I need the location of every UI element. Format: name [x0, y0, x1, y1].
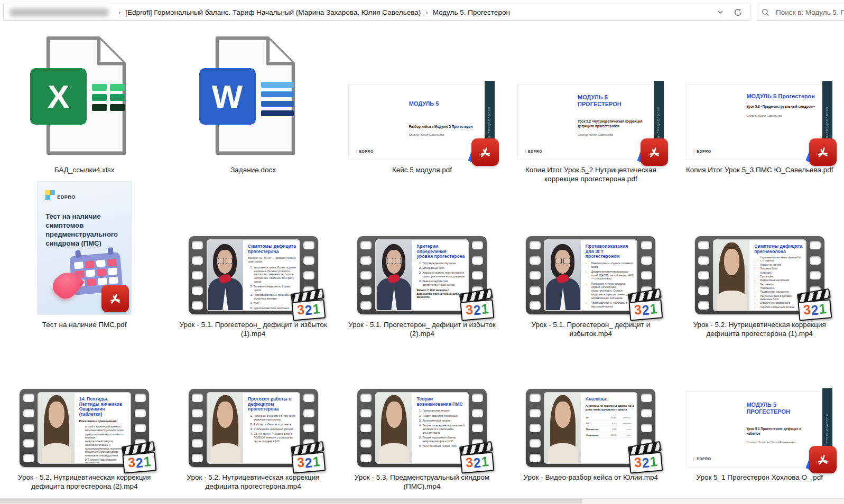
video-thumbnail[interactable]: Теории возникновения ПМС Гормональная те… [357, 389, 487, 467]
edpro-logo: EDPRO [525, 150, 542, 153]
video-thumbnail[interactable]: 14. Пептиды.Пептиды яичников Овариамин(т… [20, 389, 149, 467]
media-player-classic-icon: 321 [628, 288, 663, 321]
slide-title: МОДУЛЬ 5ПРОГЕСТЕРОН [746, 402, 790, 415]
file-name[interactable]: Тест на наличие ПМС.pdf [42, 320, 127, 329]
video-thumbnail[interactable]: Анализы: Анализы на гормоны сданы на 3 д… [526, 389, 655, 467]
pdf-badge-icon [809, 138, 837, 166]
file-item-video: Критерии определенияуровня прогестерона … [338, 181, 506, 339]
media-player-classic-icon: 321 [459, 441, 495, 473]
cover-title: Тест на наличие симптомов предменструаль… [45, 212, 124, 248]
edpro-logo: EDPRO [45, 190, 76, 200]
slide-title: МОДУЛЬ 5 Прогестерон [746, 93, 814, 100]
refresh-icon[interactable] [734, 8, 743, 17]
excel-file-icon[interactable]: X [30, 35, 138, 160]
horizontal-scrollbar-thumb[interactable] [0, 499, 582, 503]
file-name[interactable]: Урок - 5.1. Прогестерон_ дефицит и избыт… [176, 320, 330, 339]
film-holes-left [526, 236, 544, 314]
file-name[interactable]: Задание.docx [230, 165, 276, 174]
film-holes-left [20, 389, 38, 467]
video-thumbnail[interactable]: Симптомы дефицитапрогестерона Возраст 40… [189, 236, 318, 314]
slide-area: Симптомы дефицитапрогестерона Возраст 40… [243, 240, 299, 310]
file-name[interactable]: Урок - 5.1. Прогестерон_ дефицит и избыт… [345, 320, 499, 339]
file-item-pdf: МОДУЛЬ 5 Прогестерон Урок 5.3 «Предменст… [675, 21, 844, 184]
file-item-video: Теории возникновения ПМС Гормональная те… [338, 387, 506, 491]
excel-sheet-glyph [92, 84, 125, 111]
breadcrumb-course-folder[interactable]: [Edprofi] Гормональный баланс. Тариф Нач… [125, 8, 421, 16]
slide-subtitle: Урок 5.3 «Предменструальный синдром» [746, 105, 815, 109]
film-holes-left [189, 389, 207, 467]
pdf-thumbnail[interactable]: МОДУЛЬ 5 Разбор кейса к Модулю 5 Прогест… [349, 85, 495, 160]
film-holes-left [189, 236, 207, 314]
file-name[interactable]: Урок - Видео-разбор кейса от Юлии.mp4 [524, 473, 658, 482]
presenter-video-frame [714, 240, 749, 310]
video-thumbnail[interactable]: Критерии определенияуровня прогестерона … [357, 236, 487, 314]
film-holes-left [526, 389, 544, 467]
breadcrumb-root-redacted[interactable] [10, 8, 108, 16]
pdf-thumbnail[interactable]: EDPRO Тест на наличие симптомов предменс… [38, 182, 131, 314]
pdf-badge-icon [471, 138, 499, 166]
pdf-thumbnail[interactable]: МОДУЛЬ 5ПРОГЕСТЕРОН Урок 5.2 «Нутрицевти… [518, 85, 664, 160]
media-player-classic-icon: 321 [290, 288, 326, 321]
file-item-video: Протокол работы сдефицитом прогестерона … [169, 387, 337, 491]
file-name[interactable]: Урок - 5.1. Прогестерон_ дефицит и избыт… [514, 320, 668, 339]
media-player-classic-icon: 321 [459, 288, 495, 321]
slide-speaker: Спикер: Хохлова Ольга Евгеньевна [746, 441, 795, 444]
media-player-classic-icon: 321 [796, 288, 832, 321]
slide-speaker: Спикер: Юлия Савельева [746, 114, 782, 117]
file-item-video: Анализы: Анализы на гормоны сданы на 3 д… [506, 387, 675, 491]
file-name[interactable]: Урок - 5.2. Нутрицевтическая коррекция д… [682, 320, 837, 339]
file-item-video: Симптомы дефицитапрогестерона Возраст 40… [169, 181, 337, 339]
edpro-logo: EDPRO [356, 150, 373, 153]
word-file-icon[interactable]: W [199, 35, 308, 160]
file-name[interactable]: Урок - 5.2. Нутрицевтическая коррекция д… [7, 473, 162, 491]
edpro-logo: EDPRO [693, 457, 711, 461]
file-item-pdf: EDPRO Тест на наличие симптомов предменс… [0, 181, 169, 339]
film-holes-left [357, 389, 375, 467]
presenter-video-frame [376, 393, 412, 463]
media-player-classic-icon: 321 [122, 441, 157, 473]
file-name[interactable]: Урок - 5.2. Нутрицевтическая коррекция д… [176, 473, 330, 491]
word-lines-glyph [261, 82, 294, 116]
film-holes-left [357, 236, 375, 314]
presenter-video-frame [376, 240, 412, 310]
file-name[interactable]: Урок 5_1 Прогестерон Хохлова О_.pdf [696, 473, 823, 482]
pdf-badge-icon [809, 446, 837, 473]
slide-subtitle: Разбор кейса к Модулю 5 Прогестерон [409, 125, 478, 129]
video-thumbnail[interactable]: Противопоказания для ЗГТпрогестероном Ме… [526, 236, 655, 314]
file-item-docx: W Задание.docx [169, 21, 337, 184]
file-name[interactable]: Копия Итог Урок 5_3 ПМС Ю_Савельева.pdf [686, 165, 833, 174]
file-item-xlsx: X БАД_ссылки4.xlsx [0, 21, 169, 184]
search-input[interactable] [775, 8, 844, 17]
horizontal-scrollbar[interactable] [0, 498, 844, 504]
breadcrumb-separator-icon [118, 8, 120, 16]
file-item-video: Симптомы дефицитапрегненолона Ухудшение … [675, 181, 844, 339]
presenter-video-frame [545, 240, 580, 310]
file-name[interactable]: БАД_ссылки4.xlsx [54, 165, 115, 174]
slide-area: Протокол работы сдефицитом прогестерона … [243, 393, 299, 463]
file-item-pdf: МОДУЛЬ 5ПРОГЕСТЕРОН Урок 5.1 Прогестерон… [675, 387, 844, 491]
pdf-thumbnail[interactable]: МОДУЛЬ 5 Прогестерон Урок 5.3 «Предменст… [687, 85, 832, 160]
search-box[interactable] [757, 4, 844, 21]
file-item-pdf: МОДУЛЬ 5 Разбор кейса к Модулю 5 Прогест… [338, 21, 506, 184]
excel-logo: X [30, 68, 87, 125]
video-thumbnail[interactable]: Протокол работы сдефицитом прогестерона … [189, 389, 318, 467]
address-dropdown-chevron-icon[interactable] [717, 8, 724, 16]
breadcrumb-current-folder[interactable]: Модуль 5. Прогестерон [433, 8, 510, 16]
video-thumbnail[interactable]: Симптомы дефицитапрегненолона Ухудшение … [695, 236, 824, 314]
slide-area: Симптомы дефицитапрегненолона Ухудшение … [749, 240, 805, 310]
slide-speaker: Спикер: Юлия Савельева [409, 133, 444, 136]
edpro-logo: EDPRO [693, 150, 711, 153]
word-logo: W [199, 68, 256, 125]
file-name[interactable]: Кейс 5 модуля.pdf [392, 165, 452, 174]
pdf-badge-icon [101, 285, 129, 312]
address-bar[interactable]: [Edprofi] Гормональный баланс. Тариф Нач… [3, 4, 750, 21]
file-name[interactable]: Урок - 5.3. Предменструальный синдром (П… [345, 473, 499, 491]
breadcrumb-separator-icon [425, 8, 428, 16]
pdf-thumbnail[interactable]: МОДУЛЬ 5ПРОГЕСТЕРОН Урок 5.1 Прогестерон… [687, 392, 832, 467]
film-holes-left [695, 236, 713, 314]
file-item-pdf: МОДУЛЬ 5ПРОГЕСТЕРОН Урок 5.2 «Нутрицевти… [506, 21, 675, 184]
slide-title: МОДУЛЬ 5ПРОГЕСТЕРОН [578, 94, 622, 107]
presenter-video-frame [545, 393, 580, 463]
slide-subtitle: Урок 5.2 «Нутрицевтическая коррекция деф… [578, 119, 646, 129]
presenter-video-frame [39, 393, 74, 463]
